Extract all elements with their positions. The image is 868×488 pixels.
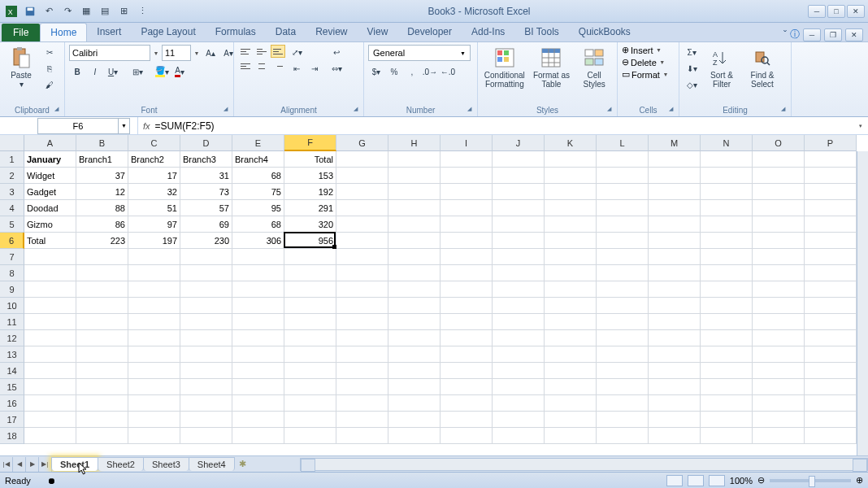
cut-icon[interactable]: ✂: [41, 45, 58, 59]
normal-view-button[interactable]: [666, 475, 683, 486]
dropdown-icon[interactable]: ▼: [152, 50, 160, 56]
cell[interactable]: [284, 428, 336, 444]
column-header[interactable]: N: [701, 135, 753, 151]
close-button[interactable]: ✕: [847, 5, 865, 18]
cell[interactable]: Branch2: [128, 151, 180, 168]
cell[interactable]: [441, 151, 493, 168]
column-header[interactable]: A: [24, 135, 76, 151]
column-header[interactable]: D: [180, 135, 232, 151]
cell[interactable]: [649, 265, 701, 281]
dropdown-icon[interactable]: ▼: [193, 50, 201, 56]
increase-font-icon[interactable]: A▴: [202, 46, 219, 60]
cell[interactable]: Total: [24, 233, 76, 249]
row-header[interactable]: 6: [0, 233, 24, 249]
undo-icon[interactable]: ↶: [41, 3, 57, 20]
ribbon-tab-developer[interactable]: Developer: [397, 23, 462, 41]
cell[interactable]: [649, 281, 701, 298]
cell[interactable]: [805, 168, 857, 184]
cell[interactable]: [753, 379, 805, 395]
cell[interactable]: [805, 265, 857, 281]
ribbon-tab-data[interactable]: Data: [266, 23, 306, 41]
cell[interactable]: [493, 379, 545, 395]
fill-color-button[interactable]: 🪣▾: [154, 64, 170, 79]
workbook-restore-button[interactable]: ❐: [824, 28, 842, 41]
qat-icon[interactable]: ▦: [78, 3, 94, 20]
cell[interactable]: [701, 184, 753, 200]
qat-icon[interactable]: ▤: [97, 3, 113, 20]
cell[interactable]: [76, 298, 128, 314]
cell[interactable]: [545, 281, 597, 298]
cell[interactable]: [753, 298, 805, 314]
column-header[interactable]: K: [545, 135, 597, 151]
column-header[interactable]: B: [76, 135, 128, 151]
column-header[interactable]: G: [336, 135, 388, 151]
cell[interactable]: [388, 330, 441, 346]
conditional-formatting-button[interactable]: Conditional Formatting: [482, 45, 527, 90]
cell[interactable]: [649, 151, 701, 168]
cell[interactable]: [753, 363, 805, 379]
cell[interactable]: [649, 379, 701, 395]
cell[interactable]: [753, 151, 805, 168]
cell[interactable]: [701, 265, 753, 281]
row-header[interactable]: 3: [0, 184, 24, 200]
cell[interactable]: [649, 428, 701, 444]
cell[interactable]: [753, 168, 805, 184]
macro-record-icon[interactable]: ⏺: [47, 476, 56, 486]
cell[interactable]: [24, 395, 76, 412]
cell[interactable]: [284, 249, 336, 265]
cell[interactable]: [805, 233, 857, 249]
cell[interactable]: [441, 379, 493, 395]
cell[interactable]: 12: [76, 184, 128, 200]
cell[interactable]: [336, 412, 388, 428]
cell[interactable]: [597, 330, 649, 346]
row-header[interactable]: 15: [0, 379, 24, 395]
file-tab[interactable]: File: [2, 24, 40, 41]
cell[interactable]: [493, 249, 545, 265]
cell[interactable]: [24, 249, 76, 265]
row-header[interactable]: 8: [0, 265, 24, 281]
cell[interactable]: [493, 184, 545, 200]
prev-sheet-button[interactable]: ◀: [13, 457, 26, 472]
sheet-tab[interactable]: Sheet2: [98, 457, 144, 471]
cell[interactable]: [388, 151, 441, 168]
cell[interactable]: [180, 281, 232, 298]
excel-icon[interactable]: X: [3, 3, 20, 20]
cell[interactable]: [128, 395, 180, 412]
cell[interactable]: [24, 281, 76, 298]
cell[interactable]: [180, 428, 232, 444]
cell[interactable]: [232, 379, 284, 395]
cell[interactable]: [441, 395, 493, 412]
cell[interactable]: [701, 298, 753, 314]
cell[interactable]: [493, 428, 545, 444]
font-name-combo[interactable]: Calibri: [69, 45, 150, 61]
cell[interactable]: [649, 249, 701, 265]
cell[interactable]: [545, 184, 597, 200]
cell[interactable]: [701, 200, 753, 216]
column-header[interactable]: J: [493, 135, 545, 151]
cell[interactable]: [597, 184, 649, 200]
cell[interactable]: [753, 314, 805, 330]
row-header[interactable]: 14: [0, 363, 24, 379]
cell[interactable]: [76, 265, 128, 281]
cell[interactable]: [805, 314, 857, 330]
ribbon-tab-page-layout[interactable]: Page Layout: [131, 23, 205, 41]
cell[interactable]: [336, 298, 388, 314]
cell[interactable]: [24, 412, 76, 428]
cell[interactable]: [805, 412, 857, 428]
percent-format-button[interactable]: %: [386, 64, 402, 79]
cell[interactable]: [388, 168, 441, 184]
cell[interactable]: [545, 265, 597, 281]
cell[interactable]: [336, 363, 388, 379]
row-header[interactable]: 2: [0, 168, 24, 184]
cell[interactable]: [128, 428, 180, 444]
cell[interactable]: 17: [128, 168, 180, 184]
cell[interactable]: 320: [284, 216, 336, 233]
cell[interactable]: [336, 330, 388, 346]
page-break-view-button[interactable]: [709, 475, 725, 486]
cell[interactable]: [180, 363, 232, 379]
cell[interactable]: [753, 330, 805, 346]
cell[interactable]: [701, 412, 753, 428]
cell[interactable]: [805, 298, 857, 314]
cell[interactable]: 37: [76, 168, 128, 184]
cell[interactable]: [441, 363, 493, 379]
